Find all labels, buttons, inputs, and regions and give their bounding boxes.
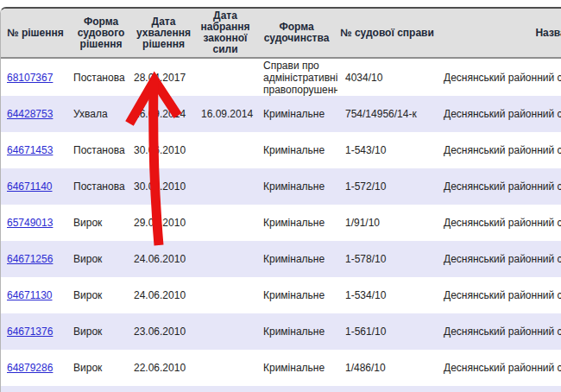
decision-link[interactable]: 64671256: [7, 253, 53, 265]
court-name-cell: Деснянський районний суд: [437, 168, 561, 205]
case-number-cell: 754/14956/14-к: [337, 96, 437, 132]
case-number-cell: 1-572/10: [337, 168, 437, 205]
legal-force-date-cell: [195, 132, 255, 168]
court-name-cell: Деснянський районний суд: [437, 350, 561, 386]
column-header-proceeding-form: Форма судочинства: [255, 9, 337, 58]
legal-force-date-cell: [195, 350, 255, 386]
decision-date-cell: 16.09.2014: [132, 96, 195, 132]
decision-number-cell: 64671140: [1, 168, 70, 205]
case-number-cell: 1-543/10: [337, 132, 437, 168]
decision-number-cell: 64671130: [1, 277, 70, 313]
header-row: № рішення Форма судового рішення Дата ух…: [1, 9, 561, 58]
decision-form-cell: Постанова: [70, 58, 132, 96]
decision-number-cell: 65749013: [1, 205, 70, 241]
column-header-legal-force-date: Дата набрання законної сили: [195, 9, 255, 58]
decision-form-cell: Ухвала: [70, 96, 132, 132]
court-registry-page: { "colors": { "header_bg": "#e0e0e0", "h…: [0, 0, 561, 392]
proceeding-form-cell: Кримінальне: [255, 241, 337, 277]
legal-force-date-cell: [195, 58, 255, 96]
column-header-decision-date: Дата ухвалення рішення: [132, 9, 195, 58]
proceeding-form-cell: Кримінальне: [255, 313, 337, 350]
decision-link[interactable]: 65749013: [7, 217, 53, 229]
table-row: 64428753 Ухвала 16.09.2014 16.09.2014 Кр…: [1, 96, 561, 132]
column-header-case-number: № судової справи: [337, 9, 437, 58]
decision-date-cell: 24.06.2010: [132, 277, 195, 313]
decision-date-cell: 28.04.2017: [132, 58, 195, 96]
case-number-cell: 1/486/10: [337, 350, 437, 386]
legal-force-date-cell: [195, 241, 255, 277]
decision-form-cell: Постанова: [70, 168, 132, 205]
table-row: 65749013 Вирок 29.06.2010 Кримінальне 1/…: [1, 205, 561, 241]
decision-link[interactable]: 64671376: [7, 326, 53, 338]
proceeding-form-cell: Кримінальне: [255, 277, 337, 313]
case-number-cell: 1-578/10: [337, 241, 437, 277]
legal-force-date-cell: [195, 277, 255, 313]
table-row: 64671453 Постанова 30.06.2010 Кримінальн…: [1, 132, 561, 168]
decision-date-cell: 24.06.2010: [132, 241, 195, 277]
results-table-wrapper: № рішення Форма судового рішення Дата ух…: [0, 7, 561, 392]
legal-force-date-cell: [195, 313, 255, 350]
court-name-cell: Деснянський районний суд: [437, 58, 561, 96]
case-number-cell: 1-534/10: [337, 277, 437, 313]
table-row: 64671256 Вирок 24.06.2010 Кримінальне 1-…: [1, 241, 561, 277]
decision-link[interactable]: 64671453: [7, 144, 53, 156]
decision-number-cell: 64671453: [1, 132, 70, 168]
table-row-partial: [1, 386, 561, 392]
table-row: 64671376 Вирок 23.06.2010 Кримінальне 1-…: [1, 313, 561, 350]
proceeding-form-cell: Кримінальне: [255, 350, 337, 386]
legal-force-date-cell: [195, 168, 255, 205]
court-name-cell: Деснянський районний суд: [437, 277, 561, 313]
case-number-cell: 1-561/10: [337, 313, 437, 350]
court-name-cell: Деснянський районний суд: [437, 96, 561, 132]
table-row: 64879286 Вирок 22.06.2010 Кримінальне 1/…: [1, 350, 561, 386]
proceeding-form-cell: Справи про адміністративні правопорушенн…: [255, 58, 337, 96]
table-body: 68107367 Постанова 28.04.2017 Справи про…: [1, 58, 561, 392]
decision-date-cell: 22.06.2010: [132, 350, 195, 386]
decision-link[interactable]: 68107367: [7, 72, 53, 84]
legal-force-date-cell: [195, 205, 255, 241]
decision-form-cell: Вирок: [70, 350, 132, 386]
decision-number-cell: 64879286: [1, 350, 70, 386]
case-number-cell: 1/91/10: [337, 205, 437, 241]
decision-form-cell: Вирок: [70, 205, 132, 241]
decision-number-cell: 64671256: [1, 241, 70, 277]
decision-link[interactable]: 64671140: [7, 180, 53, 193]
proceeding-form-cell: Кримінальне: [255, 168, 337, 205]
court-name-cell: Деснянський районний суд: [437, 132, 561, 168]
decision-link[interactable]: 64879286: [7, 362, 53, 374]
decision-link[interactable]: 64671130: [7, 289, 53, 301]
results-table: № рішення Форма судового рішення Дата ух…: [1, 9, 561, 392]
column-header-decision-form: Форма судового рішення: [70, 9, 132, 58]
decision-date-cell: 29.06.2010: [132, 205, 195, 241]
table-row: 68107367 Постанова 28.04.2017 Справи про…: [1, 58, 561, 96]
decision-link[interactable]: 64428753: [7, 108, 53, 120]
table-row: 64671140 Постанова 30.06.2010 Кримінальн…: [1, 168, 561, 205]
decision-date-cell: 23.06.2010: [132, 313, 195, 350]
decision-number-cell: 64428753: [1, 96, 70, 132]
table-header: № рішення Форма судового рішення Дата ух…: [1, 9, 561, 58]
decision-form-cell: Вирок: [70, 277, 132, 313]
decision-date-cell: 30.06.2010: [132, 168, 195, 205]
proceeding-form-cell: Кримінальне: [255, 96, 337, 132]
decision-number-cell: 68107367: [1, 58, 70, 96]
court-name-cell: Деснянський районний суд: [437, 313, 561, 350]
legal-force-date-cell: 16.09.2014: [195, 96, 255, 132]
decision-number-cell: 64671376: [1, 313, 70, 350]
table-row: 64671130 Вирок 24.06.2010 Кримінальне 1-…: [1, 277, 561, 313]
court-name-cell: Деснянський районний суд: [437, 205, 561, 241]
decision-date-cell: 30.06.2010: [132, 132, 195, 168]
column-header-court-name: Назва суду: [437, 9, 561, 58]
case-number-cell: 4034/10: [337, 58, 437, 96]
decision-form-cell: Вирок: [70, 241, 132, 277]
decision-form-cell: Вирок: [70, 313, 132, 350]
decision-form-cell: Постанова: [70, 132, 132, 168]
column-header-decision-number: № рішення: [1, 9, 70, 58]
court-name-cell: Деснянський районний суд: [437, 241, 561, 277]
proceeding-form-cell: Кримінальне: [255, 205, 337, 241]
proceeding-form-cell: Кримінальне: [255, 132, 337, 168]
